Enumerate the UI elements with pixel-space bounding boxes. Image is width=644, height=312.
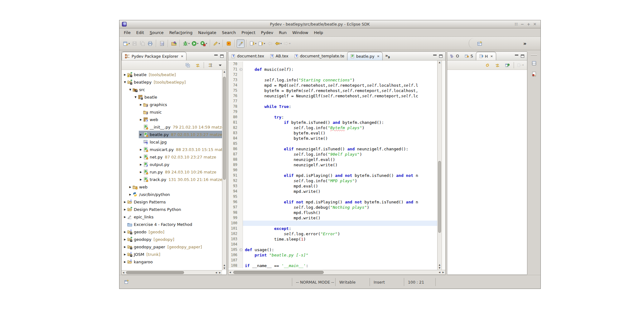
scrollbar-thumb[interactable]	[233, 271, 324, 274]
filters-button[interactable]	[206, 61, 214, 69]
save-button[interactable]	[131, 39, 138, 48]
maximize-view-button[interactable]	[439, 55, 443, 58]
link-with-editor-button[interactable]	[194, 61, 201, 69]
scroll-left-icon[interactable]: ◀	[123, 271, 124, 274]
titlebar[interactable]: Pydev - beatlepy/src/beatle/beatle.py - …	[119, 20, 540, 28]
editor-tab-document-tex[interactable]: Tdocument.tex	[228, 52, 267, 60]
expand-arrow-icon[interactable]: ▶	[123, 253, 127, 256]
dropdown-arrow-icon[interactable]: ▾	[219, 42, 220, 45]
tree-item-track-py[interactable]: ▶Ptrack.py131 30.05.10 21:16 matze	[139, 176, 222, 183]
tree-item-musicart-py[interactable]: ▶Pmusicart.py88 23.03.10 15:15 matze	[139, 146, 222, 153]
pin-editor-button[interactable]	[504, 61, 511, 69]
expand-arrow-icon[interactable]: ▶	[123, 261, 127, 263]
scroll-left-icon[interactable]: ◀	[439, 271, 440, 274]
scroll-left-icon[interactable]: ◀	[229, 271, 231, 274]
expand-arrow-icon[interactable]: ▶	[139, 133, 143, 136]
dropdown-arrow-icon[interactable]: ▾	[206, 42, 207, 45]
binary-file-button[interactable]: 010101	[158, 39, 166, 48]
tree-item-usr-bin-python[interactable]: ▶/usr/bin/python	[128, 191, 222, 198]
maximize-view-button[interactable]	[220, 55, 224, 58]
expand-arrow-icon[interactable]: ▶	[128, 193, 132, 196]
minimize-view-button[interactable]	[515, 55, 518, 56]
scroll-right-icon[interactable]: ▶	[443, 271, 444, 274]
window-menu-button[interactable]: ∷	[513, 22, 519, 27]
code-area[interactable]: 7071− def music(self):7273 self.log.info…	[228, 61, 437, 270]
perspective-overflow-chevron[interactable]: »	[523, 41, 526, 46]
tab-pydev-package-explorer[interactable]: Pydev Package Explorer ✕	[122, 52, 186, 60]
print-button[interactable]	[146, 39, 154, 48]
close-icon[interactable]: ✕	[181, 55, 183, 58]
tree-item-beatle[interactable]: ▼*beatle	[133, 93, 222, 101]
tree-item-beatle[interactable]: ▶P*beatle[tools/beatle]	[123, 71, 222, 78]
editor-horizontal-scrollbar[interactable]: ◀ ◀ ▶	[228, 270, 445, 275]
open-perspective-button[interactable]	[477, 40, 483, 47]
scroll-up-icon[interactable]: ▲	[438, 264, 442, 266]
strip-grip-handle[interactable]	[531, 55, 537, 56]
dropdown-arrow-icon[interactable]: ▾	[188, 42, 190, 45]
tree-item-beatlepy[interactable]: ▼P*beatlepy[tools/beatlepy]	[123, 78, 222, 86]
open-resource-button[interactable]	[170, 39, 178, 48]
maximize-button[interactable]: +	[525, 22, 532, 27]
collapse-all-button[interactable]	[184, 61, 191, 69]
expand-arrow-icon[interactable]: ▶	[123, 208, 127, 211]
expand-arrow-icon[interactable]: ▶	[123, 231, 127, 233]
tree-item-beatle-py[interactable]: ▶Pbeatle.py87 02.03.10 23:27 matze	[139, 131, 222, 138]
expand-arrow-icon[interactable]: ▶	[123, 238, 127, 241]
explorer-vertical-scrollbar[interactable]: ▲ ▲ ▼	[222, 70, 226, 270]
error-log-view-button[interactable]	[530, 71, 537, 77]
expand-arrow-icon[interactable]: ▶	[123, 246, 127, 248]
link-with-editor-button[interactable]	[494, 61, 501, 69]
expand-arrow-icon[interactable]: ▶	[139, 163, 143, 166]
editor-vertical-scrollbar[interactable]: ▲ ▲ ▼	[437, 61, 442, 270]
minimize-view-button[interactable]	[214, 55, 218, 56]
scrollbar-thumb[interactable]	[126, 271, 184, 274]
collapse-arrow-icon[interactable]: ▼	[123, 81, 127, 84]
dropdown-arrow-icon[interactable]: ▾	[522, 64, 524, 66]
restore-pane-button[interactable]	[530, 60, 537, 66]
close-icon[interactable]: ✕	[377, 55, 380, 58]
view-tab-o[interactable]: O	[447, 52, 462, 60]
tree-item-local-jpg[interactable]: ?local.jpg	[139, 138, 222, 146]
explorer-horizontal-scrollbar[interactable]: ◀ ◀ ▶	[122, 270, 222, 275]
tree-item-music[interactable]: ?music	[139, 108, 222, 116]
scroll-up-icon[interactable]: ▲	[222, 71, 226, 73]
tree-item-graphics[interactable]: ▶?graphics	[139, 101, 222, 108]
forward-button[interactable]: ▾	[283, 39, 291, 48]
mark-pen-button[interactable]: ▾	[212, 39, 221, 48]
expand-arrow-icon[interactable]: ▶	[139, 171, 143, 173]
view-tab-s[interactable]: S	[462, 52, 476, 60]
new-wizard-button[interactable]: ▾	[122, 39, 131, 48]
tree-item-kangaroo[interactable]: ▶Jkangaroo	[123, 258, 222, 266]
menu-search[interactable]: Search	[219, 29, 239, 36]
maximize-view-button[interactable]	[521, 55, 524, 58]
back-history-button[interactable]: ▾	[274, 39, 283, 48]
scroll-up-icon[interactable]: ▲	[438, 61, 442, 64]
run-last-button[interactable]: ▾	[199, 39, 208, 48]
expand-arrow-icon[interactable]: ▶	[139, 103, 143, 106]
expand-arrow-icon[interactable]: ▶	[139, 118, 143, 121]
menu-refactoring[interactable]: Refactoring	[167, 29, 196, 36]
tree-item-excercise-4-factory-method[interactable]: Excercise 4 - Factory Method	[123, 221, 222, 228]
tree-item-run-py[interactable]: ▶Prun.py89 24.03.10 10:26 matze	[139, 168, 222, 176]
view-menu-button[interactable]	[216, 61, 224, 69]
tree-item-geodopy-paper[interactable]: ▶*geodopy_paper[geodopy_paper]	[123, 243, 222, 251]
close-icon[interactable]: ✕	[490, 55, 493, 58]
tree-item-design-patterns-python[interactable]: ▶PDesign Patterns Python	[123, 206, 222, 213]
expand-arrow-icon[interactable]: ▶	[139, 156, 143, 158]
menu-file[interactable]: File	[121, 29, 133, 36]
scrollbar-thumb[interactable]	[438, 161, 441, 233]
tree-item-web[interactable]: ▶?web	[139, 116, 222, 123]
refresh-button[interactable]	[484, 61, 491, 69]
menu-pydev[interactable]: Pydev	[258, 29, 276, 36]
scroll-up-icon[interactable]: ▲	[222, 264, 226, 266]
close-button[interactable]: ✕	[532, 22, 538, 27]
scroll-down-icon[interactable]: ▼	[222, 267, 226, 270]
scrollbar-thumb[interactable]	[223, 77, 226, 180]
hidden-tabs-chevron[interactable]: »9	[383, 53, 392, 59]
debug-button[interactable]: ▾	[182, 39, 191, 48]
dropdown-arrow-icon[interactable]: ▾	[255, 42, 256, 45]
fast-view-toggle-button[interactable]	[123, 279, 130, 285]
scroll-right-icon[interactable]: ▶	[219, 271, 221, 274]
dropdown-arrow-icon[interactable]: ▾	[197, 42, 198, 45]
scroll-down-icon[interactable]: ▼	[438, 267, 442, 269]
